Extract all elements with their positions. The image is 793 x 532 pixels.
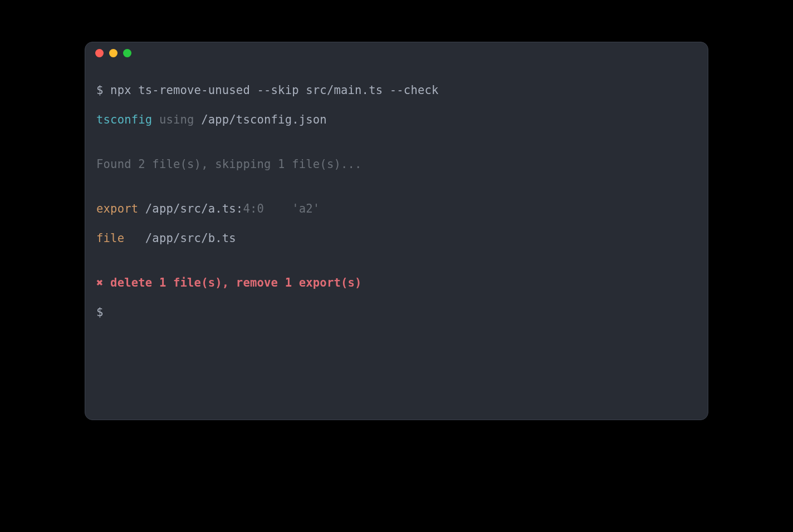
prompt-symbol: $ [96, 306, 104, 319]
error-icon: ✖ [96, 276, 104, 289]
result-kind: file [96, 231, 124, 245]
summary-text: delete 1 file(s), remove 1 export(s) [110, 276, 362, 289]
result-loc: 4:0 [243, 202, 264, 215]
result-row: file /app/src/b.ts [96, 231, 697, 246]
command-line: $ npx ts-remove-unused --skip src/main.t… [96, 83, 697, 98]
minimize-icon[interactable] [109, 49, 118, 57]
result-kind: export [96, 202, 138, 215]
tsconfig-verb: using [159, 113, 194, 126]
found-line: Found 2 file(s), skipping 1 file(s)... [96, 157, 697, 172]
result-path: /app/src/a.ts: [145, 202, 243, 215]
command-text: npx ts-remove-unused --skip src/main.ts … [110, 83, 438, 97]
close-icon[interactable] [95, 49, 104, 57]
tsconfig-label: tsconfig [96, 113, 152, 126]
trailing-prompt: $ [96, 305, 697, 320]
terminal-window: $ npx ts-remove-unused --skip src/main.t… [85, 42, 708, 420]
tsconfig-line: tsconfig using /app/tsconfig.json [96, 112, 697, 127]
result-row: export /app/src/a.ts:4:0 'a2' [96, 201, 697, 216]
maximize-icon[interactable] [123, 49, 131, 57]
prompt-symbol: $ [96, 83, 104, 97]
result-path: /app/src/b.ts [145, 231, 236, 245]
result-name: 'a2' [292, 202, 320, 215]
tsconfig-path: /app/tsconfig.json [201, 113, 327, 126]
summary-line: ✖ delete 1 file(s), remove 1 export(s) [96, 275, 697, 290]
terminal-output[interactable]: $ npx ts-remove-unused --skip src/main.t… [85, 63, 708, 420]
window-titlebar [85, 42, 708, 63]
